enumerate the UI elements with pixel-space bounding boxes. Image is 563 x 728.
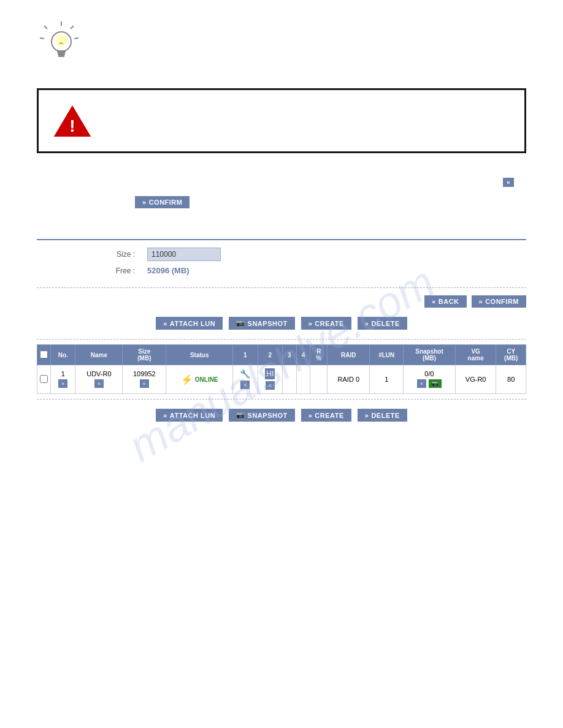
row-status: ⚡ ONLINE	[166, 365, 233, 394]
attach-lun-bottom-button[interactable]: ATTACH LUN	[156, 409, 223, 422]
create-bottom-button[interactable]: CREATE	[301, 409, 351, 422]
table-row: 1 « UDV-R0 « 109952 «	[37, 365, 526, 394]
delete-bottom-button[interactable]: DELETE	[358, 409, 407, 422]
snapshot-bottom-button[interactable]: 📷 SNAPSHOT	[229, 409, 295, 422]
row-col4	[296, 365, 310, 394]
status-icon: ⚡	[181, 374, 193, 385]
col-3: 3	[283, 345, 297, 365]
snapshot-action-button[interactable]: 📷	[429, 379, 442, 388]
lightbulb-icon	[37, 18, 86, 67]
col-2: 2	[258, 345, 282, 365]
attach-lun-top-button[interactable]: ATTACH LUN	[156, 317, 223, 330]
svg-point-6	[55, 34, 67, 47]
svg-line-4	[40, 38, 44, 39]
back-button[interactable]: BACK	[424, 295, 466, 308]
col-vgname: VGname	[455, 345, 496, 365]
row-select-checkbox[interactable]	[40, 375, 48, 383]
size-row: Size :	[74, 248, 489, 261]
col1-expand-button[interactable]: «	[240, 381, 250, 389]
col-size: Size(MB)	[123, 345, 166, 365]
confirm-top-button[interactable]: CONFIRM	[135, 196, 190, 208]
number-expand-button[interactable]: «	[58, 379, 67, 388]
row-col1: 🔧 «	[233, 365, 258, 394]
col-snapshot: Snapshot(MB)	[404, 345, 456, 365]
confirm-bottom-button[interactable]: CONFIRM	[472, 295, 526, 308]
lightbulb-area	[37, 18, 526, 70]
confirm-top-area: CONFIRM	[37, 196, 526, 208]
free-row: Free : 52096 (MB)	[74, 266, 489, 275]
row-number: 1 «	[51, 365, 75, 394]
snapshot-top-button[interactable]: 📷 SNAPSHOT	[229, 317, 295, 330]
free-label: Free :	[74, 267, 135, 275]
create-top-button[interactable]: CREATE	[301, 317, 351, 330]
svg-rect-8	[58, 53, 65, 55]
row-col3	[283, 365, 297, 394]
action-row-bottom: ATTACH LUN 📷 SNAPSHOT CREATE DELETE	[0, 409, 563, 422]
row-vgname: VG-R0	[455, 365, 496, 394]
select-all-header	[37, 345, 51, 365]
size-expand-button[interactable]: «	[140, 379, 149, 388]
row-snapshot: 0/0 « 📷	[404, 365, 456, 394]
col1-icon: 🔧	[240, 369, 250, 379]
size-section: Size : Free : 52096 (MB)	[37, 239, 526, 288]
warning-box: !	[37, 88, 526, 153]
svg-line-2	[74, 38, 79, 39]
divider-bottom	[37, 399, 526, 400]
row-size: 109952 «	[123, 365, 166, 394]
col-no: No.	[51, 345, 75, 365]
main-table: No. Name Size(MB) Status 1 2 3 4 R% RAID…	[37, 344, 526, 394]
delete-top-button[interactable]: DELETE	[358, 317, 407, 330]
row-cy: 80	[496, 365, 526, 394]
divider-top	[37, 339, 526, 339]
col-raid: RAID	[327, 345, 370, 365]
table-section: No. Name Size(MB) Status 1 2 3 4 R% RAID…	[37, 344, 526, 394]
col-status: Status	[166, 345, 233, 365]
warning-icon: !	[51, 102, 94, 139]
row-name: UDV-R0 «	[75, 365, 123, 394]
select-all-checkbox[interactable]	[40, 351, 48, 358]
snapshot-expand-button[interactable]: «	[417, 379, 426, 388]
col-cy: CY(MB)	[496, 345, 526, 365]
svg-line-1	[71, 26, 74, 29]
name-expand-button[interactable]: «	[94, 379, 104, 388]
collapse-button-area: «	[37, 178, 526, 187]
svg-line-3	[44, 26, 47, 29]
free-value: 52096 (MB)	[147, 266, 190, 275]
row-raid: RAID 0	[327, 365, 370, 394]
svg-rect-9	[58, 55, 64, 57]
col2-icon: HI	[265, 368, 275, 379]
camera-icon-bottom: 📷	[236, 411, 245, 419]
row-lun: 1	[370, 365, 404, 394]
col2-expand-button[interactable]: «	[266, 381, 275, 390]
col-lun: #LUN	[370, 345, 404, 365]
col-rpct: R%	[310, 345, 327, 365]
collapse-button[interactable]: «	[503, 178, 514, 187]
camera-icon: 📷	[236, 319, 245, 327]
action-row-top: ATTACH LUN 📷 SNAPSHOT CREATE DELETE	[0, 317, 563, 330]
col-4: 4	[296, 345, 310, 365]
row-checkbox	[37, 365, 51, 394]
col-1: 1	[233, 345, 258, 365]
svg-rect-7	[57, 50, 66, 53]
back-confirm-row: BACK CONFIRM	[37, 295, 526, 308]
row-col2: HI «	[258, 365, 282, 394]
row-rpct	[310, 365, 327, 394]
status-online-badge: ⚡ ONLINE	[181, 374, 218, 385]
size-label: Size :	[74, 250, 135, 259]
col-name: Name	[75, 345, 123, 365]
size-input[interactable]	[147, 248, 221, 261]
svg-text:!: !	[69, 116, 75, 135]
